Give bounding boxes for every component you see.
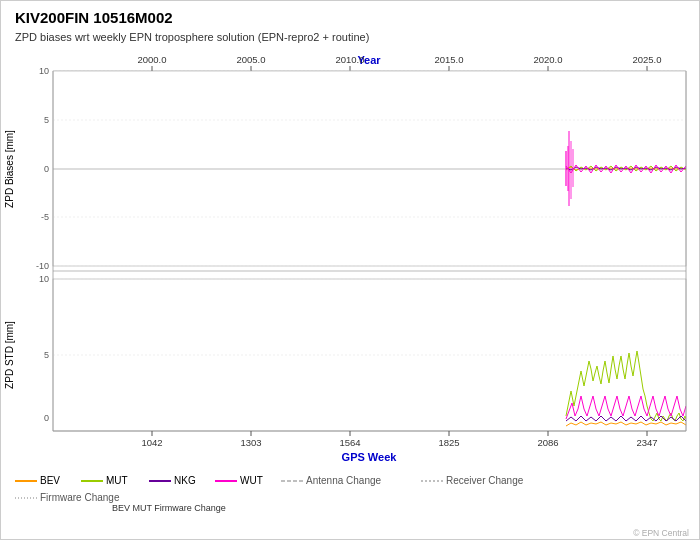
svg-text:2005.0: 2005.0	[236, 54, 265, 65]
svg-text:2347: 2347	[636, 437, 657, 448]
svg-text:-5: -5	[41, 212, 49, 222]
svg-text:MUT: MUT	[106, 475, 128, 486]
svg-text:0: 0	[44, 413, 49, 423]
svg-text:1303: 1303	[240, 437, 261, 448]
svg-text:2020.0: 2020.0	[533, 54, 562, 65]
bev-mut-firmware-label: BEV MUT Firmware Change	[112, 503, 226, 513]
svg-text:10: 10	[39, 66, 49, 76]
svg-text:2025.0: 2025.0	[632, 54, 661, 65]
svg-text:1825: 1825	[438, 437, 459, 448]
svg-text:5: 5	[44, 350, 49, 360]
svg-text:2086: 2086	[537, 437, 558, 448]
copyright: © EPN Central	[633, 528, 689, 538]
svg-text:1042: 1042	[141, 437, 162, 448]
zpd-std-label: ZPD STD [mm]	[4, 321, 15, 389]
svg-text:1564: 1564	[339, 437, 360, 448]
svg-text:0: 0	[44, 164, 49, 174]
gps-week-label: GPS Week	[342, 451, 398, 463]
svg-text:Firmware Change: Firmware Change	[40, 492, 120, 503]
svg-text:2010.0: 2010.0	[335, 54, 364, 65]
svg-text:WUT: WUT	[240, 475, 263, 486]
chart-container: KIV200FIN 10516M002 ZPD biases wrt weekl…	[0, 0, 700, 540]
svg-text:-10: -10	[36, 261, 49, 271]
svg-text:2000.0: 2000.0	[137, 54, 166, 65]
svg-text:Receiver Change: Receiver Change	[446, 475, 524, 486]
svg-text:10: 10	[39, 274, 49, 284]
svg-text:NKG: NKG	[174, 475, 196, 486]
main-chart-svg: Year 2000.0 2005.0 2010.0 2015.0 2020.0 …	[1, 1, 700, 540]
svg-text:BEV: BEV	[40, 475, 60, 486]
zpd-biases-label: ZPD Biases [mm]	[4, 130, 15, 208]
svg-text:5: 5	[44, 115, 49, 125]
svg-text:Antenna Change: Antenna Change	[306, 475, 382, 486]
svg-text:2015.0: 2015.0	[434, 54, 463, 65]
